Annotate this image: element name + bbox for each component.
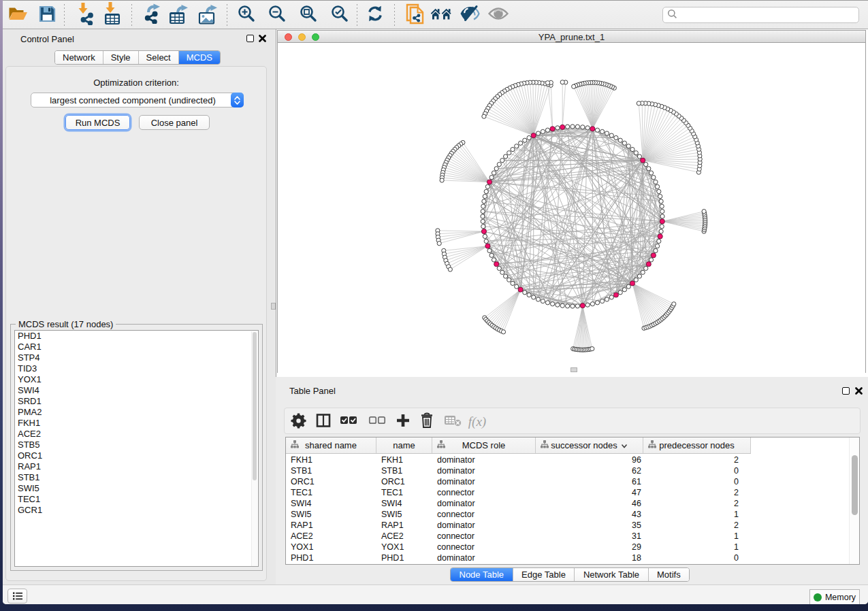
- show-column-button[interactable]: [313, 412, 334, 432]
- cell-MCDS-role: dominator: [432, 520, 536, 531]
- export-table-button[interactable]: [169, 5, 189, 25]
- result-node-item[interactable]: STP4: [15, 352, 258, 363]
- result-node-item[interactable]: RAP1: [15, 461, 258, 472]
- criterion-select[interactable]: largest connected component (undirected): [31, 93, 244, 108]
- table-row[interactable]: TEC1TEC1connector472: [286, 487, 859, 498]
- control-panel-titlebar: Control Panel: [3, 29, 273, 48]
- search-input[interactable]: [680, 9, 858, 21]
- delete-column-button[interactable]: [417, 412, 437, 432]
- show-panel-button[interactable]: [488, 5, 509, 25]
- column-header-MCDS-role[interactable]: MCDS role: [432, 437, 536, 453]
- zoom-fit-icon: [298, 4, 317, 26]
- result-node-item[interactable]: SWI5: [15, 483, 258, 494]
- select-all-button[interactable]: [338, 412, 359, 432]
- table-close-button[interactable]: [855, 387, 863, 395]
- result-node-item[interactable]: TID3: [15, 363, 258, 374]
- column-header-successor-nodes[interactable]: successor nodes: [536, 437, 643, 453]
- table-options-button[interactable]: [288, 412, 308, 432]
- table-panel: Table Panel f(x) shared namename MCDS ro…: [276, 377, 868, 584]
- tab-edge-table[interactable]: Edge Table: [513, 568, 575, 581]
- vertical-splitter-handle[interactable]: [271, 303, 276, 310]
- tab-node-table[interactable]: Node Table: [451, 568, 513, 581]
- result-node-item[interactable]: PHD1: [15, 331, 258, 342]
- search-field[interactable]: [662, 7, 859, 23]
- result-node-item[interactable]: ORC1: [15, 450, 258, 461]
- table-float-button[interactable]: [842, 387, 850, 395]
- result-node-item[interactable]: YOX1: [15, 374, 258, 385]
- column-header-name[interactable]: name: [376, 437, 432, 453]
- close-panel-action-button[interactable]: Close panel: [139, 115, 210, 130]
- close-panel-button[interactable]: [259, 35, 266, 43]
- tab-network[interactable]: Network: [55, 51, 103, 64]
- tab-network-table[interactable]: Network Table: [575, 568, 648, 581]
- result-node-item[interactable]: PMA2: [15, 407, 258, 418]
- column-label: shared name: [305, 440, 357, 450]
- zoom-fit-button[interactable]: [298, 5, 318, 25]
- main-toolbar: [3, 1, 868, 29]
- result-scrollbar-thumb[interactable]: [253, 332, 257, 480]
- control-panel-title: Control Panel: [20, 34, 74, 44]
- cell-successor-nodes: 43: [536, 509, 643, 520]
- import-table-button[interactable]: [102, 5, 123, 25]
- table-row[interactable]: STB1STB1dominator620: [286, 465, 859, 476]
- horizontal-splitter-handle[interactable]: [570, 367, 577, 372]
- table-row[interactable]: SWI4SWI4dominator462: [286, 498, 859, 509]
- toolbar-separator: [357, 4, 357, 26]
- table-scrollbar-thumb[interactable]: [852, 455, 858, 515]
- result-list-scrollbar[interactable]: [251, 331, 257, 567]
- search-network-button[interactable]: [431, 5, 451, 25]
- cell-MCDS-role: connector: [432, 531, 536, 542]
- run-mcds-button[interactable]: Run MCDS: [65, 115, 130, 130]
- network-window-titlebar[interactable]: YPA_prune.txt_1: [278, 31, 865, 43]
- table-row[interactable]: ACE2ACE2connector311: [286, 531, 859, 542]
- result-node-item[interactable]: STB1: [15, 472, 258, 483]
- column-header-predecessor-nodes[interactable]: predecessor nodes: [643, 437, 751, 453]
- mcds-result-list[interactable]: PHD1CAR1STP4TID3YOX1SWI4SRD1PMA2FKH1ACE2…: [14, 330, 259, 567]
- result-node-item[interactable]: CAR1: [15, 342, 258, 352]
- add-column-button[interactable]: [393, 412, 413, 432]
- toolbar-separator: [131, 4, 132, 26]
- cell-predecessor-nodes: 0: [643, 552, 751, 563]
- table-row[interactable]: RAP1RAP1dominator352: [286, 520, 859, 531]
- deselect-all-button[interactable]: [367, 412, 387, 432]
- float-panel-button[interactable]: [246, 35, 254, 42]
- save-session-button[interactable]: [37, 5, 57, 25]
- table-row[interactable]: FKH1FKH1dominator962: [286, 455, 859, 465]
- zoom-in-button[interactable]: [236, 5, 256, 25]
- cell-shared-name: RAP1: [286, 520, 376, 531]
- hide-panel-button[interactable]: [460, 5, 480, 25]
- attribute-icon: [436, 440, 446, 451]
- tab-mcds[interactable]: MCDS: [179, 51, 220, 64]
- tab-style[interactable]: Style: [103, 51, 139, 64]
- table-scrollbar[interactable]: [849, 437, 859, 564]
- import-network-button[interactable]: [76, 5, 96, 25]
- tab-select[interactable]: Select: [139, 51, 179, 64]
- cell-predecessor-nodes: 0: [643, 465, 751, 476]
- table-row[interactable]: PHD1PHD1dominator180: [286, 552, 859, 563]
- result-node-item[interactable]: GCR1: [15, 505, 258, 516]
- open-session-button[interactable]: [7, 5, 28, 25]
- export-image-button[interactable]: [198, 5, 219, 25]
- automation-panel-button[interactable]: [7, 589, 27, 604]
- table-row[interactable]: SWI5SWI5connector431: [286, 509, 859, 520]
- refresh-button[interactable]: [365, 5, 385, 25]
- result-node-item[interactable]: SWI4: [15, 385, 258, 396]
- network-canvas[interactable]: [278, 44, 865, 373]
- gear-icon: [290, 412, 307, 432]
- tab-motifs[interactable]: Motifs: [649, 568, 690, 581]
- result-node-item[interactable]: FKH1: [15, 418, 258, 429]
- plus-icon: [396, 413, 411, 431]
- table-row[interactable]: ORC1ORC1dominator610: [286, 476, 859, 487]
- open-session-file-button[interactable]: [404, 5, 425, 25]
- result-node-item[interactable]: ACE2: [15, 429, 258, 440]
- result-node-item[interactable]: STB5: [15, 440, 258, 450]
- memory-button[interactable]: Memory: [809, 589, 860, 604]
- zoom-selected-button[interactable]: [329, 5, 349, 25]
- table-row[interactable]: YOX1YOX1connector291: [286, 542, 859, 552]
- column-header-shared-name[interactable]: shared name: [286, 437, 376, 453]
- result-node-item[interactable]: TEC1: [15, 494, 258, 505]
- zoom-out-button[interactable]: [266, 5, 287, 25]
- result-node-item[interactable]: SRD1: [15, 396, 258, 407]
- cell-successor-nodes: 35: [536, 520, 643, 531]
- export-network-button[interactable]: [143, 5, 163, 25]
